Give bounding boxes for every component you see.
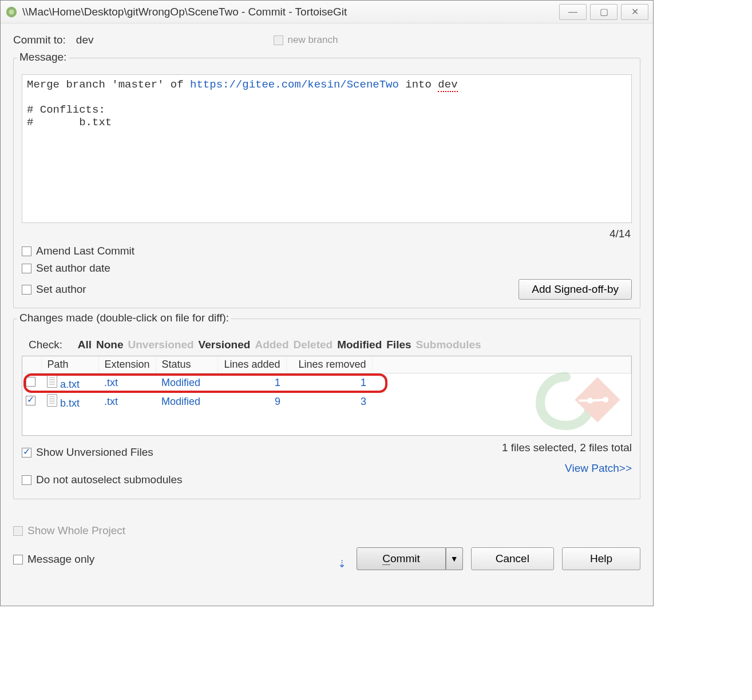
- set-author-checkbox[interactable]: [22, 285, 31, 295]
- commit-message-input[interactable]: Merge branch 'master' of https://gitee.c…: [22, 74, 632, 223]
- col-path[interactable]: Path: [41, 356, 98, 373]
- message-only-checkbox[interactable]: [13, 555, 23, 564]
- file-icon: [47, 394, 57, 407]
- show-unversioned-checkbox[interactable]: [22, 448, 31, 458]
- window-controls: — ▢ ✕: [556, 4, 648, 20]
- commit-dropdown-button[interactable]: ▼: [446, 547, 463, 570]
- branch-link[interactable]: dev: [76, 34, 94, 46]
- svg-point-1: [9, 9, 14, 14]
- check-filter-row: Check: All None Unversioned Versioned Ad…: [29, 339, 630, 351]
- watermark-icon: [532, 368, 629, 434]
- commit-dialog: \\Mac\Home\Desktop\gitWrongOp\SceneTwo -…: [0, 0, 654, 606]
- filter-versioned[interactable]: Versioned: [199, 339, 251, 351]
- close-button[interactable]: ✕: [621, 4, 648, 20]
- amend-label: Amend Last Commit: [36, 245, 134, 257]
- file-checkbox[interactable]: [26, 377, 35, 387]
- view-patch-link[interactable]: View Patch>>: [502, 462, 632, 475]
- filter-none[interactable]: None: [96, 339, 124, 351]
- changes-group-label: Changes made (double-click on file for d…: [17, 312, 231, 324]
- file-checkbox[interactable]: [26, 396, 35, 405]
- file-list: Path Extension Status Lines added Lines …: [22, 356, 632, 436]
- no-autoselect-checkbox[interactable]: [22, 475, 31, 485]
- file-icon: [47, 375, 57, 388]
- tortoisegit-icon: [5, 6, 18, 18]
- new-branch-checkbox[interactable]: [274, 35, 283, 45]
- set-author-date-checkbox[interactable]: [22, 264, 31, 273]
- changes-groupbox: Changes made (double-click on file for d…: [13, 319, 640, 499]
- maximize-button[interactable]: ▢: [590, 4, 618, 20]
- commit-button[interactable]: Commit: [357, 547, 445, 570]
- message-group-label: Message:: [17, 51, 69, 63]
- show-whole-project-checkbox: [13, 526, 23, 536]
- message-only-label: Message only: [27, 553, 94, 566]
- cursor-position: 4/14: [23, 228, 631, 240]
- window-title: \\Mac\Home\Desktop\gitWrongOp\SceneTwo -…: [22, 6, 556, 18]
- filter-submodules[interactable]: Submodules: [416, 339, 481, 351]
- message-groupbox: Message: Merge branch 'master' of https:…: [13, 58, 640, 308]
- filter-unversioned[interactable]: Unversioned: [128, 339, 193, 351]
- set-author-label: Set author: [36, 283, 86, 296]
- commit-split-button[interactable]: Commit ▼: [357, 547, 462, 570]
- files-status: 1 files selected, 2 files total: [502, 442, 632, 454]
- add-signed-off-by-button[interactable]: Add Signed-off-by: [519, 279, 632, 300]
- cancel-button[interactable]: Cancel: [471, 547, 554, 570]
- col-status[interactable]: Status: [156, 356, 217, 373]
- filter-modified[interactable]: Modified: [337, 339, 382, 351]
- new-branch-label: new branch: [288, 34, 338, 46]
- show-unversioned-label: Show Unversioned Files: [36, 446, 153, 459]
- amend-checkbox[interactable]: [22, 246, 31, 256]
- no-autoselect-label: Do not autoselect submodules: [36, 474, 183, 486]
- col-lines-added[interactable]: Lines added: [217, 356, 286, 373]
- filter-files[interactable]: Files: [386, 339, 411, 351]
- filter-added[interactable]: Added: [255, 339, 288, 351]
- show-whole-project-label: Show Whole Project: [27, 524, 125, 537]
- commit-to-label: Commit to:: [13, 34, 66, 46]
- set-author-date-label: Set author date: [36, 262, 110, 275]
- col-extension[interactable]: Extension: [98, 356, 156, 373]
- check-label: Check:: [29, 339, 62, 351]
- help-button[interactable]: Help: [562, 547, 640, 570]
- minimize-button[interactable]: —: [559, 4, 587, 20]
- conclude-icon[interactable]: ⇣: [338, 558, 346, 570]
- col-lines-removed[interactable]: Lines removed: [286, 356, 372, 373]
- filter-deleted[interactable]: Deleted: [294, 339, 333, 351]
- titlebar: \\Mac\Home\Desktop\gitWrongOp\SceneTwo -…: [1, 1, 653, 23]
- filter-all[interactable]: All: [78, 339, 92, 351]
